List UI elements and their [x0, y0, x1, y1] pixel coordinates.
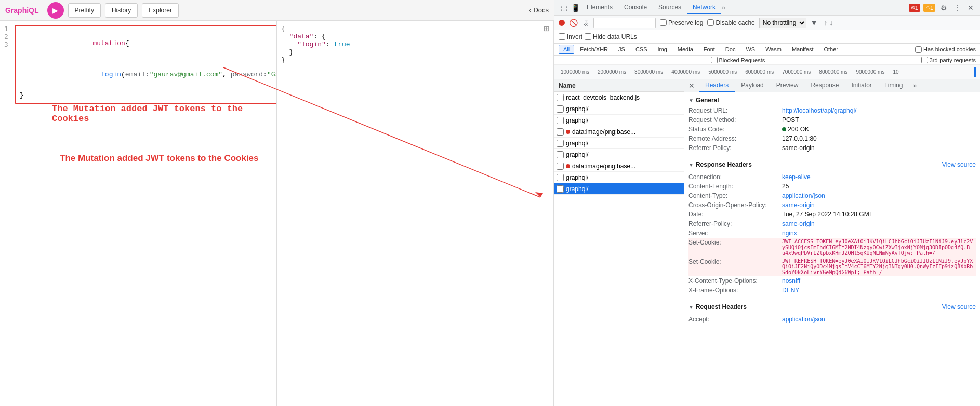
- request-item-6[interactable]: graphql/: [554, 149, 684, 160]
- request-item-1[interactable]: react_devtools_backend.js: [554, 92, 684, 103]
- req-checkbox-2[interactable]: [557, 105, 564, 113]
- tab-console[interactable]: Console: [619, 2, 652, 14]
- req-checkbox-6[interactable]: [557, 151, 564, 158]
- close-devtools-icon[interactable]: ✕: [965, 3, 976, 13]
- result-panel: ⊞ { "data": { "login": true } }: [277, 21, 554, 406]
- docs-link[interactable]: ‹ Docs: [529, 6, 549, 14]
- tab-network[interactable]: Network: [687, 2, 721, 14]
- clear-button[interactable]: 🚫: [569, 19, 578, 27]
- filter-icon[interactable]: ⧛: [582, 19, 589, 27]
- throttle-select[interactable]: No throttling: [759, 18, 806, 28]
- response-headers-title[interactable]: ▼ Response Headers: [688, 159, 752, 170]
- req-checkbox-5[interactable]: [557, 140, 564, 147]
- search-input[interactable]: [593, 18, 656, 28]
- request-headers-title[interactable]: ▼ Request Headers: [688, 301, 747, 313]
- timeline-4: 4000000 ms: [667, 69, 704, 75]
- request-item-4[interactable]: data:image/png;base...: [554, 126, 684, 138]
- request-item-3[interactable]: graphql/: [554, 115, 684, 126]
- req-checkbox-1[interactable]: [557, 94, 564, 101]
- request-url-value: http://localhost/api/graphql/: [782, 107, 976, 114]
- filter-fetch-xhr[interactable]: Fetch/XHR: [575, 45, 613, 54]
- devtools-panel: ⬚ 📱 Elements Console Sources Network » ⊗…: [554, 0, 980, 406]
- tab-elements[interactable]: Elements: [581, 2, 618, 14]
- blocked-requests-label[interactable]: Blocked Requests: [711, 57, 765, 63]
- has-blocked-cookies-label[interactable]: Has blocked cookies: [915, 46, 976, 53]
- detail-tab-timing[interactable]: Timing: [878, 79, 909, 92]
- req-checkbox-7[interactable]: [557, 163, 564, 170]
- disable-cache-label[interactable]: Disable cache: [707, 19, 754, 26]
- more-tabs-icon[interactable]: »: [722, 4, 725, 11]
- record-button[interactable]: [559, 20, 565, 26]
- docs-chevron-icon: ‹: [529, 6, 531, 14]
- detail-tab-response[interactable]: Response: [804, 79, 845, 92]
- hide-data-urls-label[interactable]: Hide data URLs: [585, 33, 637, 40]
- request-item-2[interactable]: graphql/: [554, 103, 684, 115]
- filter-doc[interactable]: Doc: [721, 45, 740, 54]
- hide-data-urls-checkbox[interactable]: [585, 33, 591, 40]
- detail-tab-preview[interactable]: Preview: [770, 79, 805, 92]
- date-key: Date:: [688, 211, 782, 218]
- filter-js[interactable]: JS: [614, 45, 630, 54]
- query-editor[interactable]: 1 2 3 mutation{ login(email:"gaurav@gmai…: [0, 21, 277, 406]
- explorer-button[interactable]: Explorer: [142, 3, 179, 18]
- req-checkbox-9[interactable]: [557, 185, 564, 193]
- filter-wasm[interactable]: Wasm: [761, 45, 786, 54]
- detail-close-button[interactable]: ✕: [684, 79, 699, 92]
- detail-tab-payload[interactable]: Payload: [735, 79, 770, 92]
- detail-tab-headers[interactable]: Headers: [699, 79, 735, 92]
- disable-cache-checkbox[interactable]: [707, 19, 714, 26]
- req-checkbox-3[interactable]: [557, 117, 564, 124]
- x-content-key: X-Content-Type-Options:: [688, 277, 782, 285]
- request-item-5[interactable]: graphql/: [554, 138, 684, 149]
- third-party-checkbox[interactable]: [921, 57, 928, 63]
- filter-other[interactable]: Other: [819, 45, 843, 54]
- request-method-key: Request Method:: [688, 116, 782, 124]
- filter-css[interactable]: CSS: [631, 45, 652, 54]
- annotation-text: The Mutation added JWT tokens to the Coo…: [52, 104, 276, 124]
- devtools-inspect-icon[interactable]: ⬚: [559, 3, 569, 13]
- request-item-8[interactable]: graphql/: [554, 172, 684, 183]
- invert-label[interactable]: Invert: [559, 33, 582, 40]
- has-blocked-cookies-checkbox[interactable]: [915, 46, 922, 53]
- general-section-header[interactable]: ▼ General: [688, 94, 976, 106]
- expand-icon[interactable]: ⊞: [544, 23, 549, 34]
- req-name-6: graphql/: [566, 151, 682, 158]
- content-type-row: Content-Type: application/json: [688, 191, 976, 200]
- more-detail-tabs-icon[interactable]: »: [909, 80, 921, 91]
- preserve-log-label[interactable]: Preserve log: [660, 19, 703, 26]
- run-button[interactable]: ▶: [47, 2, 64, 19]
- import-icon[interactable]: ↑: [824, 19, 828, 27]
- filter-img[interactable]: Img: [653, 45, 672, 54]
- set-cookie2-key: Set-Cookie:: [688, 258, 782, 275]
- accept-value: application/json: [782, 316, 976, 323]
- req-checkbox-4[interactable]: [557, 128, 564, 136]
- preserve-log-checkbox[interactable]: [660, 19, 667, 26]
- request-item-7[interactable]: data:image/png;base...: [554, 160, 684, 172]
- history-button[interactable]: History: [105, 3, 138, 18]
- filter-media[interactable]: Media: [673, 45, 698, 54]
- detail-tab-initiator[interactable]: Initiator: [845, 79, 878, 92]
- blocked-requests-checkbox[interactable]: [711, 57, 718, 63]
- filter-ws[interactable]: WS: [741, 45, 760, 54]
- request-list: Name react_devtools_backend.js graphql/ …: [554, 79, 684, 406]
- devtools-device-icon[interactable]: 📱: [570, 3, 580, 13]
- filter-font[interactable]: Font: [699, 45, 720, 54]
- request-view-source-link[interactable]: View source: [942, 303, 976, 310]
- invert-checkbox[interactable]: [559, 33, 565, 40]
- filter-all[interactable]: All: [559, 45, 574, 54]
- request-item-9[interactable]: graphql/: [554, 183, 684, 195]
- more-options-icon[interactable]: ⋮: [952, 3, 962, 13]
- status-ok-dot: [782, 127, 786, 131]
- filter-manifest[interactable]: Manifest: [787, 45, 818, 54]
- general-toggle-icon: ▼: [688, 98, 694, 103]
- response-view-source-link[interactable]: View source: [942, 161, 976, 168]
- settings-icon[interactable]: ⚙: [938, 3, 949, 13]
- tab-sources[interactable]: Sources: [653, 2, 686, 14]
- third-party-label[interactable]: 3rd-party requests: [921, 57, 976, 63]
- status-code-value: 200 OK: [782, 126, 976, 133]
- request-method-value: POST: [782, 116, 976, 124]
- export-icon[interactable]: ↓: [830, 19, 833, 27]
- req-checkbox-8[interactable]: [557, 174, 564, 181]
- throttle-arrow-icon[interactable]: ▼: [811, 19, 818, 27]
- prettify-button[interactable]: Prettify: [68, 3, 101, 18]
